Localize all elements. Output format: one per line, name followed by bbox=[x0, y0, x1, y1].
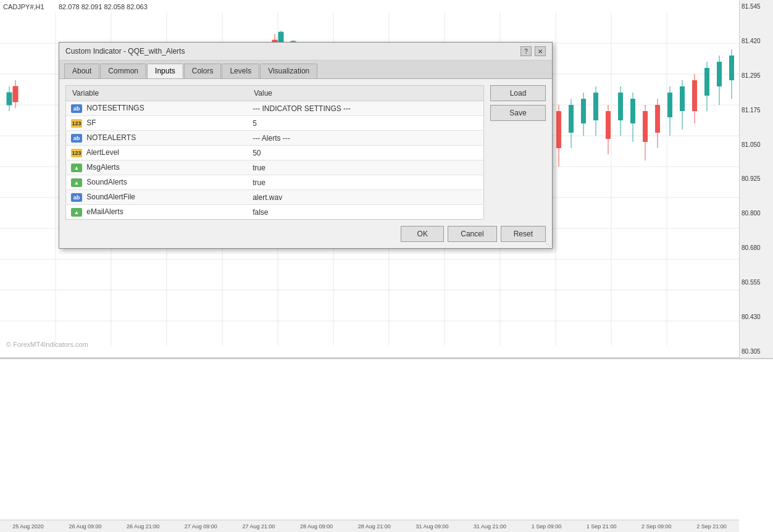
param-variable: ab SoundAlertFile bbox=[66, 190, 248, 205]
param-variable: ab NOTESETTINGS bbox=[66, 101, 248, 116]
param-variable: ab NOTEALERTS bbox=[66, 131, 248, 146]
param-value: 5 bbox=[248, 116, 483, 131]
param-variable: ▲ eMailAlerts bbox=[66, 205, 248, 220]
dialog-help-button[interactable]: ? bbox=[520, 46, 532, 56]
main-area: Variable Value ab NOTESETTINGS --- INDIC… bbox=[65, 85, 546, 220]
load-button[interactable]: Load bbox=[490, 85, 546, 101]
reset-button[interactable]: Reset bbox=[501, 226, 546, 242]
icon-ab: ab bbox=[71, 134, 82, 143]
table-row[interactable]: ▲ MsgAlerts true bbox=[66, 160, 484, 175]
icon-ab: ab bbox=[71, 193, 82, 202]
param-value: true bbox=[248, 175, 483, 190]
tab-colors[interactable]: Colors bbox=[184, 64, 222, 78]
table-row[interactable]: ab SoundAlertFile alert.wav bbox=[66, 190, 484, 205]
icon-arrow: ▲ bbox=[71, 178, 82, 187]
ok-button[interactable]: OK bbox=[401, 226, 444, 242]
icon-123: 123 bbox=[71, 119, 82, 128]
parameter-table-container: Variable Value ab NOTESETTINGS --- INDIC… bbox=[65, 85, 484, 220]
dialog-titlebar: Custom Indicator - QQE_with_Alerts ? ✕ bbox=[59, 43, 552, 60]
tab-inputs[interactable]: Inputs bbox=[147, 64, 183, 78]
dialog-tabs: About Common Inputs Colors Levels Visual… bbox=[59, 60, 552, 79]
param-value: false bbox=[248, 205, 483, 220]
param-value: alert.wav bbox=[248, 190, 483, 205]
resize-handle[interactable]: ⋱ bbox=[545, 241, 552, 248]
icon-arrow: ▲ bbox=[71, 208, 82, 217]
param-value: --- Alerts --- bbox=[248, 131, 483, 146]
col-variable: Variable bbox=[66, 86, 248, 101]
dialog-content: Variable Value ab NOTESETTINGS --- INDIC… bbox=[59, 79, 552, 248]
table-row[interactable]: ab NOTEALERTS --- Alerts --- bbox=[66, 131, 484, 146]
dialog-controls: ? ✕ bbox=[520, 46, 546, 56]
dialog-custom-indicator: Custom Indicator - QQE_with_Alerts ? ✕ A… bbox=[59, 42, 553, 249]
dialog-close-button[interactable]: ✕ bbox=[535, 46, 546, 56]
tab-levels[interactable]: Levels bbox=[222, 64, 259, 78]
col-value: Value bbox=[248, 86, 483, 101]
icon-arrow: ▲ bbox=[71, 164, 82, 172]
table-row[interactable]: ▲ SoundAlerts true bbox=[66, 175, 484, 190]
param-value: --- INDICATOR SETTINGS --- bbox=[248, 101, 483, 116]
action-buttons: OK Cancel Reset bbox=[65, 226, 546, 242]
cancel-button[interactable]: Cancel bbox=[448, 226, 496, 242]
tab-about[interactable]: About bbox=[64, 64, 99, 78]
table-row[interactable]: 123 AlertLevel 50 bbox=[66, 146, 484, 160]
save-button[interactable]: Save bbox=[490, 105, 546, 121]
table-row[interactable]: ab NOTESETTINGS --- INDICATOR SETTINGS -… bbox=[66, 101, 484, 116]
param-value: 50 bbox=[248, 146, 483, 160]
icon-ab: ab bbox=[71, 104, 82, 113]
param-variable: ▲ SoundAlerts bbox=[66, 175, 248, 190]
tab-common[interactable]: Common bbox=[100, 64, 146, 78]
table-header: Variable Value bbox=[66, 86, 484, 101]
tab-visualization[interactable]: Visualization bbox=[260, 64, 317, 78]
dialog-title: Custom Indicator - QQE_with_Alerts bbox=[65, 47, 185, 56]
side-buttons: Load Save bbox=[490, 85, 546, 121]
param-value: true bbox=[248, 160, 483, 175]
dialog-overlay: Custom Indicator - QQE_with_Alerts ? ✕ A… bbox=[0, 0, 773, 532]
param-variable: ▲ MsgAlerts bbox=[66, 160, 248, 175]
parameter-table: Variable Value ab NOTESETTINGS --- INDIC… bbox=[65, 85, 484, 220]
icon-123: 123 bbox=[71, 149, 82, 157]
param-variable: 123 SF bbox=[66, 116, 248, 131]
table-row[interactable]: 123 SF 5 bbox=[66, 116, 484, 131]
table-row[interactable]: ▲ eMailAlerts false bbox=[66, 205, 484, 220]
param-variable: 123 AlertLevel bbox=[66, 146, 248, 160]
